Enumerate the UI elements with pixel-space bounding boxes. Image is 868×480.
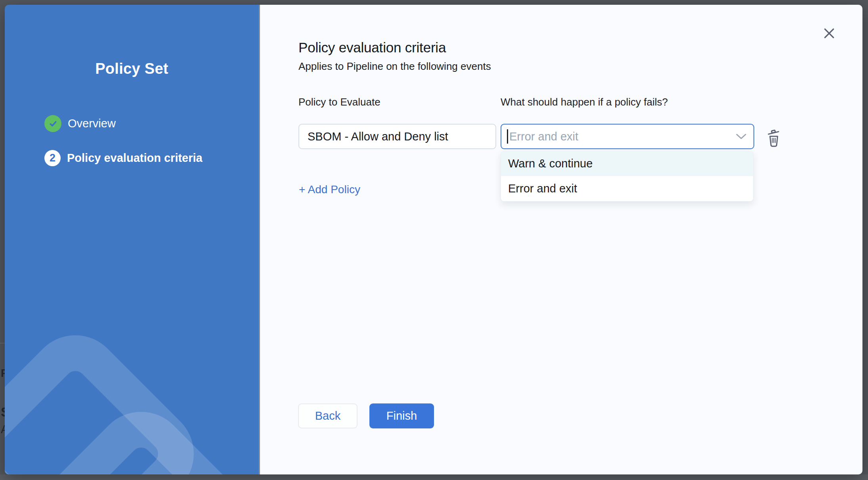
step-label: Policy evaluation criteria	[67, 152, 203, 165]
close-icon	[823, 27, 835, 40]
page-subtitle: Applies to Pipeline on the following eve…	[298, 60, 491, 73]
modal-content: Policy evaluation criteria Applies to Pi…	[260, 5, 862, 474]
policy-to-evaluate-label: Policy to Evaluate	[298, 96, 380, 108]
background-card-edge	[0, 474, 868, 480]
wizard-title: Policy Set	[5, 60, 259, 77]
page-title: Policy evaluation criteria	[298, 40, 446, 56]
sidebar-step-policy-evaluation-criteria[interactable]: 2 Policy evaluation criteria	[44, 150, 203, 166]
close-button[interactable]	[820, 24, 839, 43]
dropdown-option-error-exit[interactable]: Error and exit	[501, 176, 753, 201]
policy-name-input[interactable]: SBOM - Allow and Deny list	[298, 124, 496, 149]
check-icon	[48, 119, 58, 129]
failure-action-select[interactable]: Error and exit	[501, 124, 754, 149]
chevron-down-icon[interactable]	[736, 133, 746, 140]
text-caret	[507, 129, 508, 144]
add-policy-link[interactable]: + Add Policy	[299, 183, 360, 196]
failure-action-dropdown: Warn & continue Error and exit	[501, 151, 753, 202]
step-label: Overview	[68, 117, 116, 130]
failure-action-placeholder: Error and exit	[509, 130, 736, 143]
policy-set-modal: Policy Set Overview 2 Policy evaluation …	[5, 5, 862, 474]
policy-fail-action-label: What should happen if a policy fails?	[501, 96, 668, 108]
dropdown-option-warn-continue[interactable]: Warn & continue	[501, 151, 753, 176]
policy-name-value: SBOM - Allow and Deny list	[308, 130, 448, 143]
background-card-edge	[0, 343, 5, 344]
back-button[interactable]: Back	[298, 403, 358, 428]
sidebar-step-overview[interactable]: Overview	[44, 115, 116, 132]
finish-button[interactable]: Finish	[369, 403, 434, 428]
step-completed-badge	[44, 115, 61, 132]
delete-policy-button[interactable]	[764, 129, 783, 148]
trash-icon	[765, 129, 782, 148]
step-number-badge: 2	[44, 150, 61, 166]
wizard-sidebar: Policy Set Overview 2 Policy evaluation …	[5, 5, 259, 474]
